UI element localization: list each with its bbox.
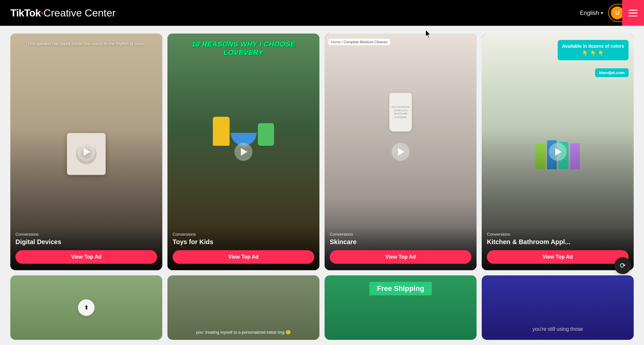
card-tooltip-2: blendjet.com xyxy=(595,68,629,77)
play-icon xyxy=(555,148,562,156)
play-button[interactable] xyxy=(77,143,95,161)
share-button[interactable]: ⟳ xyxy=(614,257,631,274)
tooltip-emoji: 👇 👇 👇 xyxy=(562,50,624,57)
toy-image xyxy=(213,117,274,146)
card-bottom: Conversions Toys for Kids View Top Ad xyxy=(167,227,319,270)
card-kitchen[interactable]: Available in dozens of colors 👇 👇 👇 blen… xyxy=(482,34,634,270)
green-cup xyxy=(258,123,274,146)
card-digital-devices[interactable]: This speaker has liquid inside that reac… xyxy=(10,34,162,270)
breadcrumb: Home › Complete Moisture Cleanse xyxy=(328,39,390,45)
view-top-ad-button[interactable]: View Top Ad xyxy=(330,250,471,264)
card-tooltip-1: Available in dozens of colors 👇 👇 👇 xyxy=(558,40,629,60)
play-button[interactable] xyxy=(234,143,252,161)
card-title: Digital Devices xyxy=(15,238,157,246)
card-category: Conversions xyxy=(330,232,471,237)
bottom-card-1[interactable]: ⬆ xyxy=(10,275,162,340)
logo-subtitle: Creative Center xyxy=(43,7,116,19)
view-top-ad-button[interactable]: View Top Ad xyxy=(173,250,314,264)
card-overlay-text: you're still using those xyxy=(482,326,634,332)
card-skincare[interactable]: Josh RosebrookCOMPLETEMOISTURECLEANSE Ho… xyxy=(325,34,477,270)
blender-green xyxy=(535,143,545,169)
language-selector[interactable]: English ▾ xyxy=(580,10,603,16)
bottom-card-2[interactable]: pov: treating myself to a personalized i… xyxy=(167,275,319,340)
badge-text: Free Shipping xyxy=(369,282,432,295)
card-bottom: Conversions Digital Devices View Top Ad xyxy=(10,227,162,270)
avatar: U xyxy=(611,6,624,19)
card-category: Conversions xyxy=(173,232,314,237)
card-title: Toys for Kids xyxy=(173,238,314,246)
logo: TikTok · Creative Center xyxy=(10,7,116,19)
play-icon xyxy=(398,148,404,156)
main-content: This speaker has liquid inside that reac… xyxy=(0,26,644,345)
language-label: English xyxy=(580,10,599,16)
play-button[interactable] xyxy=(392,143,410,161)
view-top-ad-button[interactable]: View Top Ad xyxy=(15,250,157,264)
play-icon xyxy=(241,148,247,156)
product-label: Josh RosebrookCOMPLETEMOISTURECLEANSE xyxy=(391,105,410,119)
card-overlay-text: pov: treating myself to a personalized i… xyxy=(167,330,319,335)
chevron-down-icon: ▾ xyxy=(601,10,603,15)
top-card-grid: This speaker has liquid inside that reac… xyxy=(10,34,634,270)
card-category: Conversions xyxy=(15,232,157,237)
tooltip-text: Available in dozens of colors xyxy=(562,44,624,49)
breadcrumb-page: Complete Moisture Cleanse xyxy=(344,40,387,44)
card-toys-for-kids[interactable]: 10 REASONS WHY I CHOOSE LOVEVERY Convers… xyxy=(167,34,319,270)
hamburger-menu-button[interactable] xyxy=(622,0,644,26)
logo-dot: · xyxy=(41,7,43,19)
card-title: Kitchen & Bathroom Appl... xyxy=(487,238,629,246)
card-bottom: Conversions Skincare View Top Ad xyxy=(325,227,477,270)
card-category: Conversions xyxy=(487,232,629,237)
hamburger-icon xyxy=(629,10,638,16)
yellow-bottle xyxy=(213,117,230,146)
blender-purple xyxy=(570,143,580,169)
card-overlay-text: This speaker has liquid inside that reac… xyxy=(10,41,162,46)
play-icon xyxy=(84,148,90,156)
bottom-card-4[interactable]: you're still using those xyxy=(482,275,634,340)
share-icon: ⟳ xyxy=(620,261,626,270)
logo-tiktok: TikTok xyxy=(10,7,41,19)
bottom-card-3[interactable]: Free Shipping xyxy=(325,275,477,340)
scroll-to-top-button[interactable]: ⬆ xyxy=(78,299,95,316)
free-shipping-badge: Free Shipping xyxy=(325,282,477,295)
bottom-card-grid: ⬆ pov: treating myself to a personalized… xyxy=(10,275,634,340)
header: TikTok · Creative Center English ▾ U ▾ xyxy=(0,0,644,26)
card-title: Skincare xyxy=(330,238,471,246)
arrow-up-icon: ⬆ xyxy=(84,304,89,311)
play-button[interactable] xyxy=(549,143,567,161)
view-top-ad-button[interactable]: View Top Ad xyxy=(487,250,629,264)
product-image: Josh RosebrookCOMPLETEMOISTURECLEANSE xyxy=(389,93,412,132)
card-bottom: Conversions Kitchen & Bathroom Appl... V… xyxy=(482,227,634,270)
card-overlay-heading: 10 REASONS WHY I CHOOSE LOVEVERY xyxy=(167,40,319,57)
breadcrumb-home[interactable]: Home xyxy=(331,40,340,44)
